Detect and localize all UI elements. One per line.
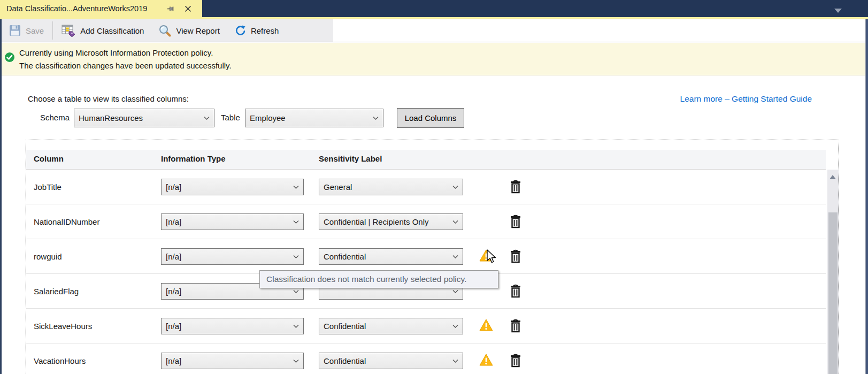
toolbar-separator bbox=[52, 21, 53, 40]
chevron-down-icon bbox=[452, 220, 458, 224]
chevron-down-icon bbox=[293, 255, 299, 258]
trash-icon[interactable] bbox=[510, 249, 521, 263]
refresh-icon bbox=[235, 25, 246, 36]
column-name: NationalIDNumber bbox=[34, 204, 99, 239]
toolbar: Save Add Classification bbox=[2, 19, 865, 42]
schema-dropdown[interactable]: HumanResources bbox=[74, 109, 214, 127]
save-label: Save bbox=[26, 26, 44, 35]
header-column: Column bbox=[34, 154, 64, 163]
sensitivity-label-dropdown[interactable]: Confidential bbox=[319, 353, 463, 369]
table-row: VacationHours [n/a] Confidential bbox=[26, 344, 826, 374]
trash-icon[interactable] bbox=[510, 319, 521, 333]
chevron-down-icon bbox=[204, 116, 210, 120]
banner-line1: Currently using Microsoft Information Pr… bbox=[19, 47, 232, 59]
magnifier-icon bbox=[159, 25, 171, 37]
chevron-down-icon bbox=[293, 220, 299, 224]
sensitivity-label-dropdown[interactable]: Confidential | Recipients Only bbox=[319, 213, 463, 230]
vertical-scrollbar[interactable] bbox=[827, 170, 839, 374]
chevron-down-icon bbox=[452, 185, 458, 189]
load-columns-button[interactable]: Load Columns bbox=[397, 108, 464, 128]
column-name: SickLeaveHours bbox=[34, 309, 92, 343]
warning-triangle-icon[interactable] bbox=[479, 318, 494, 332]
scrollbar-thumb[interactable] bbox=[828, 212, 838, 374]
column-name: rowguid bbox=[34, 239, 62, 273]
sensitivity-label-dropdown[interactable]: General bbox=[319, 179, 463, 195]
table-row: SickLeaveHours [n/a] Confidential bbox=[26, 309, 826, 344]
tab-strip: Data Classificatio...AdventureWorks2019 bbox=[0, 0, 868, 17]
tab-title: Data Classificatio...AdventureWorks2019 bbox=[6, 4, 147, 13]
chevron-down-icon bbox=[293, 324, 299, 328]
header-sensitivity-label: Sensitivity Label bbox=[319, 154, 382, 163]
add-classification-label: Add Classification bbox=[80, 26, 144, 35]
information-type-dropdown[interactable]: [n/a] bbox=[161, 318, 304, 334]
policy-mismatch-tooltip: Classification does not match currently … bbox=[259, 270, 498, 288]
choose-table-label: Choose a table to view its classified co… bbox=[28, 94, 189, 103]
pin-icon[interactable] bbox=[165, 3, 176, 14]
header-information-type: Information Type bbox=[161, 154, 226, 163]
chevron-down-icon bbox=[293, 185, 299, 189]
view-report-button[interactable]: View Report bbox=[151, 19, 227, 42]
table-row: JobTitle [n/a] General bbox=[26, 170, 826, 204]
banner-line2: The classification changes have been upd… bbox=[19, 59, 232, 72]
information-type-dropdown[interactable]: [n/a] bbox=[161, 213, 304, 230]
chevron-down-icon bbox=[452, 255, 458, 258]
table-dropdown[interactable]: Employee bbox=[245, 109, 383, 127]
status-banner: Currently using Microsoft Information Pr… bbox=[2, 43, 865, 75]
information-type-dropdown[interactable]: [n/a] bbox=[161, 179, 304, 195]
window-right-border bbox=[865, 19, 868, 374]
schema-value: HumanResources bbox=[74, 113, 214, 123]
refresh-button[interactable]: Refresh bbox=[227, 19, 287, 42]
classification-table: Column Information Type Sensitivity Labe… bbox=[26, 140, 839, 374]
table-tag-icon bbox=[62, 24, 75, 37]
tab-list-dropdown-icon[interactable] bbox=[834, 9, 842, 13]
mouse-cursor bbox=[487, 249, 498, 268]
table-row: rowguid [n/a] Confidential bbox=[26, 239, 826, 274]
warning-triangle-icon[interactable] bbox=[479, 353, 494, 367]
learn-more-link[interactable]: Learn more – Getting Started Guide bbox=[680, 94, 812, 104]
information-type-dropdown[interactable]: [n/a] bbox=[161, 353, 304, 369]
column-name: VacationHours bbox=[34, 344, 86, 374]
sensitivity-label-dropdown[interactable]: Confidential bbox=[319, 318, 463, 334]
save-button[interactable]: Save bbox=[2, 19, 51, 42]
chevron-down-icon bbox=[452, 324, 458, 328]
trash-icon[interactable] bbox=[510, 354, 521, 368]
information-type-dropdown[interactable]: [n/a] bbox=[161, 248, 304, 265]
table-label: Table bbox=[221, 113, 240, 122]
close-icon[interactable] bbox=[182, 3, 194, 14]
scroll-up-arrow-icon[interactable] bbox=[829, 175, 836, 179]
trash-icon[interactable] bbox=[510, 284, 521, 298]
trash-icon[interactable] bbox=[510, 180, 521, 194]
column-name: SalariedFlag bbox=[34, 274, 79, 308]
chevron-down-icon bbox=[452, 289, 458, 293]
column-name: JobTitle bbox=[34, 170, 62, 204]
chevron-down-icon bbox=[373, 116, 379, 120]
green-check-icon bbox=[4, 52, 15, 65]
trash-icon[interactable] bbox=[510, 215, 521, 228]
view-report-label: View Report bbox=[176, 26, 219, 35]
chevron-down-icon bbox=[293, 359, 299, 363]
floppy-disk-icon bbox=[9, 25, 21, 36]
table-row: NationalIDNumber [n/a] Confidential | Re… bbox=[26, 204, 826, 239]
chevron-down-icon bbox=[452, 359, 458, 363]
table-value: Employee bbox=[245, 113, 383, 123]
sensitivity-label-dropdown[interactable]: Confidential bbox=[319, 248, 463, 265]
add-classification-button[interactable]: Add Classification bbox=[54, 19, 151, 42]
refresh-label: Refresh bbox=[251, 26, 279, 35]
table-header-row: Column Information Type Sensitivity Labe… bbox=[26, 150, 826, 170]
schema-label: Schema bbox=[40, 113, 70, 122]
chevron-down-icon bbox=[293, 289, 299, 293]
